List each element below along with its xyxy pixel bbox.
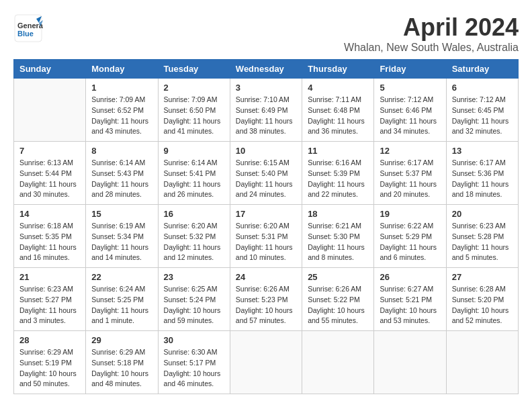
day-number: 22 (91, 272, 152, 282)
calendar-cell: 18Sunrise: 6:21 AMSunset: 5:30 PMDayligh… (302, 205, 374, 268)
day-info: Sunrise: 6:14 AMSunset: 5:41 PMDaylight:… (164, 158, 224, 200)
calendar-week-row: 28Sunrise: 6:29 AMSunset: 5:19 PMDayligh… (14, 331, 519, 394)
day-number: 26 (380, 272, 440, 282)
svg-text:General: General (17, 21, 43, 30)
logo: General Blue (13, 13, 43, 43)
calendar-cell: 27Sunrise: 6:28 AMSunset: 5:20 PMDayligh… (446, 268, 518, 331)
calendar-cell: 7Sunrise: 6:13 AMSunset: 5:44 PMDaylight… (14, 142, 86, 205)
calendar-cell: 5Sunrise: 7:12 AMSunset: 6:46 PMDaylight… (374, 79, 446, 142)
calendar-cell: 4Sunrise: 7:11 AMSunset: 6:48 PMDaylight… (302, 79, 374, 142)
calendar-cell: 17Sunrise: 6:20 AMSunset: 5:31 PMDayligh… (230, 205, 302, 268)
calendar-cell: 16Sunrise: 6:20 AMSunset: 5:32 PMDayligh… (158, 205, 230, 268)
calendar-cell: 29Sunrise: 6:29 AMSunset: 5:18 PMDayligh… (86, 331, 158, 394)
day-info: Sunrise: 6:14 AMSunset: 5:43 PMDaylight:… (91, 158, 152, 200)
calendar-cell: 11Sunrise: 6:16 AMSunset: 5:39 PMDayligh… (302, 142, 374, 205)
calendar-cell: 28Sunrise: 6:29 AMSunset: 5:19 PMDayligh… (14, 331, 86, 394)
day-number: 6 (452, 83, 513, 93)
day-number: 25 (308, 272, 368, 282)
title-block: April 2024 Whalan, New South Wales, Aust… (344, 13, 519, 54)
calendar-cell: 9Sunrise: 6:14 AMSunset: 5:41 PMDaylight… (158, 142, 230, 205)
day-number: 16 (164, 209, 224, 219)
location-title: Whalan, New South Wales, Australia (344, 42, 519, 54)
day-info: Sunrise: 6:20 AMSunset: 5:31 PMDaylight:… (236, 221, 296, 263)
day-info: Sunrise: 6:20 AMSunset: 5:32 PMDaylight:… (164, 221, 224, 263)
day-info: Sunrise: 6:22 AMSunset: 5:29 PMDaylight:… (380, 221, 440, 263)
calendar-cell: 25Sunrise: 6:26 AMSunset: 5:22 PMDayligh… (302, 268, 374, 331)
weekday-header-cell: Thursday (302, 60, 374, 79)
calendar-cell: 8Sunrise: 6:14 AMSunset: 5:43 PMDaylight… (86, 142, 158, 205)
calendar-week-row: 21Sunrise: 6:23 AMSunset: 5:27 PMDayligh… (14, 268, 519, 331)
day-info: Sunrise: 6:23 AMSunset: 5:27 PMDaylight:… (19, 284, 80, 326)
weekday-header-cell: Wednesday (230, 60, 302, 79)
calendar-table: SundayMondayTuesdayWednesdayThursdayFrid… (13, 59, 519, 394)
day-number: 12 (380, 146, 440, 156)
day-number: 14 (19, 209, 80, 219)
day-info: Sunrise: 6:28 AMSunset: 5:20 PMDaylight:… (452, 284, 513, 326)
day-info: Sunrise: 6:26 AMSunset: 5:23 PMDaylight:… (236, 284, 296, 326)
calendar-cell (14, 79, 86, 142)
calendar-cell: 1Sunrise: 7:09 AMSunset: 6:52 PMDaylight… (86, 79, 158, 142)
day-number: 1 (91, 83, 152, 93)
calendar-cell (374, 331, 446, 394)
weekday-header-cell: Friday (374, 60, 446, 79)
day-number: 15 (91, 209, 152, 219)
day-info: Sunrise: 6:21 AMSunset: 5:30 PMDaylight:… (308, 221, 368, 263)
day-info: Sunrise: 6:24 AMSunset: 5:25 PMDaylight:… (91, 284, 152, 326)
day-number: 5 (380, 83, 440, 93)
day-number: 27 (452, 272, 513, 282)
day-number: 17 (236, 209, 296, 219)
day-number: 19 (380, 209, 440, 219)
calendar-cell: 10Sunrise: 6:15 AMSunset: 5:40 PMDayligh… (230, 142, 302, 205)
calendar-cell: 13Sunrise: 6:17 AMSunset: 5:36 PMDayligh… (446, 142, 518, 205)
svg-text:Blue: Blue (17, 30, 34, 38)
day-info: Sunrise: 6:18 AMSunset: 5:35 PMDaylight:… (19, 221, 80, 263)
day-info: Sunrise: 7:12 AMSunset: 6:45 PMDaylight:… (452, 95, 513, 137)
calendar-cell: 19Sunrise: 6:22 AMSunset: 5:29 PMDayligh… (374, 205, 446, 268)
day-number: 3 (236, 83, 296, 93)
day-info: Sunrise: 7:09 AMSunset: 6:50 PMDaylight:… (164, 95, 224, 137)
day-number: 18 (308, 209, 368, 219)
weekday-header-cell: Saturday (446, 60, 518, 79)
calendar-cell: 3Sunrise: 7:10 AMSunset: 6:49 PMDaylight… (230, 79, 302, 142)
day-number: 9 (164, 146, 224, 156)
day-info: Sunrise: 6:26 AMSunset: 5:22 PMDaylight:… (308, 284, 368, 326)
calendar-cell: 23Sunrise: 6:25 AMSunset: 5:24 PMDayligh… (158, 268, 230, 331)
calendar-cell: 20Sunrise: 6:23 AMSunset: 5:28 PMDayligh… (446, 205, 518, 268)
calendar-cell (446, 331, 518, 394)
day-info: Sunrise: 6:16 AMSunset: 5:39 PMDaylight:… (308, 158, 368, 200)
day-number: 29 (91, 335, 152, 345)
day-number: 10 (236, 146, 296, 156)
day-info: Sunrise: 7:09 AMSunset: 6:52 PMDaylight:… (91, 95, 152, 137)
month-title: April 2024 (344, 13, 519, 42)
day-info: Sunrise: 6:15 AMSunset: 5:40 PMDaylight:… (236, 158, 296, 200)
calendar-cell (302, 331, 374, 394)
day-info: Sunrise: 7:12 AMSunset: 6:46 PMDaylight:… (380, 95, 440, 137)
day-info: Sunrise: 6:19 AMSunset: 5:34 PMDaylight:… (91, 221, 152, 263)
day-info: Sunrise: 6:27 AMSunset: 5:21 PMDaylight:… (380, 284, 440, 326)
day-info: Sunrise: 6:29 AMSunset: 5:19 PMDaylight:… (19, 347, 80, 390)
day-number: 24 (236, 272, 296, 282)
calendar-cell: 30Sunrise: 6:30 AMSunset: 5:17 PMDayligh… (158, 331, 230, 394)
day-number: 11 (308, 146, 368, 156)
day-info: Sunrise: 7:10 AMSunset: 6:49 PMDaylight:… (236, 95, 296, 137)
day-number: 7 (19, 146, 80, 156)
day-info: Sunrise: 7:11 AMSunset: 6:48 PMDaylight:… (308, 95, 368, 137)
day-number: 4 (308, 83, 368, 93)
calendar-week-row: 1Sunrise: 7:09 AMSunset: 6:52 PMDaylight… (14, 79, 519, 142)
day-info: Sunrise: 6:30 AMSunset: 5:17 PMDaylight:… (164, 347, 224, 390)
day-info: Sunrise: 6:25 AMSunset: 5:24 PMDaylight:… (164, 284, 224, 326)
day-info: Sunrise: 6:13 AMSunset: 5:44 PMDaylight:… (19, 158, 80, 200)
calendar-cell: 12Sunrise: 6:17 AMSunset: 5:37 PMDayligh… (374, 142, 446, 205)
weekday-header-cell: Monday (86, 60, 158, 79)
calendar-cell: 24Sunrise: 6:26 AMSunset: 5:23 PMDayligh… (230, 268, 302, 331)
day-info: Sunrise: 6:17 AMSunset: 5:37 PMDaylight:… (380, 158, 440, 200)
calendar-cell: 2Sunrise: 7:09 AMSunset: 6:50 PMDaylight… (158, 79, 230, 142)
calendar-cell: 15Sunrise: 6:19 AMSunset: 5:34 PMDayligh… (86, 205, 158, 268)
calendar-cell: 14Sunrise: 6:18 AMSunset: 5:35 PMDayligh… (14, 205, 86, 268)
day-number: 20 (452, 209, 513, 219)
day-number: 21 (19, 272, 80, 282)
day-info: Sunrise: 6:29 AMSunset: 5:18 PMDaylight:… (91, 347, 152, 390)
day-number: 13 (452, 146, 513, 156)
calendar-cell: 26Sunrise: 6:27 AMSunset: 5:21 PMDayligh… (374, 268, 446, 331)
calendar-body: 1Sunrise: 7:09 AMSunset: 6:52 PMDaylight… (14, 79, 519, 394)
